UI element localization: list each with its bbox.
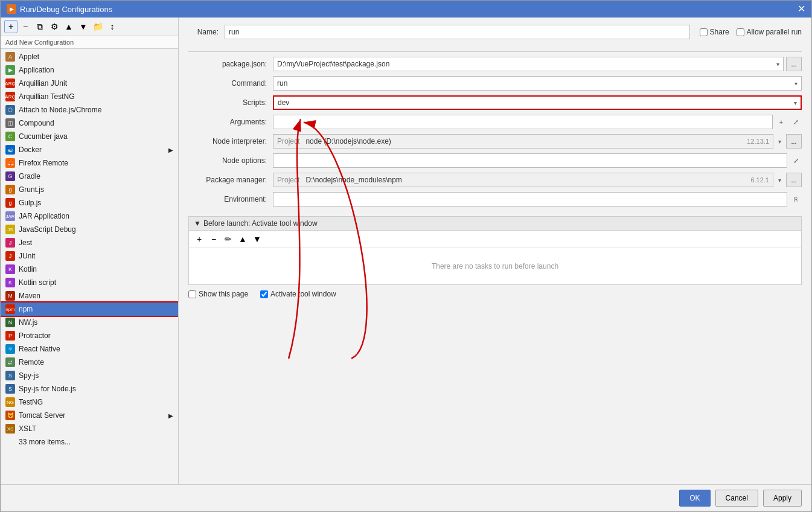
package-json-combo[interactable]: D:\myVueProject\test\package.json ▾ [273, 57, 784, 71]
list-item-label: Gradle [19, 172, 40, 181]
list-item-attach[interactable]: ⬡ Attach to Node.js/Chrome [1, 103, 178, 117]
gulpjs-icon: g [5, 198, 15, 208]
move-down-button[interactable]: ▼ [77, 20, 90, 33]
interp-combo-arrow: ▾ [776, 138, 784, 145]
list-item-gulpjs[interactable]: g Gulp.js [1, 196, 178, 210]
list-item-jar[interactable]: JAR JAR Application [1, 210, 178, 223]
list-item-testng[interactable]: NG TestNG [1, 395, 178, 409]
list-item-cucumber[interactable]: C Cucumber java [1, 130, 178, 143]
list-item-label: JAR Application [19, 212, 69, 220]
gradle-icon: G [5, 171, 15, 181]
activate-window-checkbox-label[interactable]: Activate tool window [260, 290, 336, 298]
list-item-label: Arquillian JUnit [19, 79, 67, 88]
name-input[interactable] [225, 25, 690, 39]
before-launch-header: ▼ Before launch: Activate tool window [189, 217, 801, 231]
list-item-docker[interactable]: 🐋 Docker ▶ [1, 143, 178, 156]
list-item-npm[interactable]: npm npm [1, 302, 178, 316]
ok-button[interactable]: OK [679, 490, 710, 507]
list-item-arquillian-junit[interactable]: ARQ Arquillian JUnit [1, 77, 178, 90]
arguments-resize-button[interactable]: ⤢ [790, 115, 802, 129]
share-checkbox[interactable] [700, 28, 708, 36]
list-item-arquillian-testng[interactable]: ARQ Arquillian TestNG [1, 90, 178, 103]
package-manager-row: Package manager: Project D:\nodejs\node_… [188, 173, 802, 187]
environment-copy-button[interactable]: ⎘ [790, 192, 802, 206]
copy-config-button[interactable]: ⧉ [33, 20, 46, 33]
list-item-compound[interactable]: ◫ Compound [1, 117, 178, 130]
package-manager-version: 6.12.1 [750, 176, 769, 184]
list-item-kotlins[interactable]: K Kotlin script [1, 276, 178, 289]
list-item-label: Spy-js [19, 371, 39, 380]
node-interpreter-browse-button[interactable]: ... [786, 134, 802, 149]
package-manager-combo[interactable]: Project D:\nodejs\node_modules\npm 6.12.… [273, 173, 773, 187]
sort-button[interactable]: ↕ [106, 20, 119, 33]
node-interpreter-combo[interactable]: Project node (D:\nodejs\node.exe) 12.13.… [273, 134, 773, 149]
scripts-label: Scripts: [188, 98, 273, 107]
before-launch-edit-button[interactable]: ✏ [222, 232, 235, 246]
list-item-remote[interactable]: ⇌ Remote [1, 356, 178, 369]
folder-button[interactable]: 📁 [91, 20, 104, 33]
arguments-input[interactable] [273, 115, 773, 129]
gruntjs-icon: g [5, 185, 15, 194]
config-list: A Applet ▶ Application ARQ Arquillian JU… [1, 49, 178, 484]
package-manager-label: Package manager: [188, 176, 273, 184]
apply-button[interactable]: Apply [763, 490, 802, 507]
list-item-label: TestNG [19, 398, 43, 406]
list-item-jsdbg[interactable]: JS JavaScript Debug [1, 223, 178, 236]
list-item-label: Jest [19, 238, 32, 247]
before-launch-down-button[interactable]: ▼ [251, 232, 264, 246]
list-item-more[interactable]: 33 more items... [1, 435, 178, 449]
node-options-label: Node options: [188, 156, 273, 165]
arguments-expand-button[interactable]: + [775, 115, 787, 129]
command-combo[interactable]: run ▾ [273, 76, 802, 91]
before-launch-remove-button[interactable]: − [207, 232, 220, 246]
list-item-kotlin[interactable]: K Kotlin [1, 263, 178, 276]
bottom-bar: OK Cancel Apply [1, 484, 811, 511]
cancel-button[interactable]: Cancel [715, 490, 758, 507]
show-page-checkbox[interactable] [188, 290, 196, 298]
close-button[interactable]: ✕ [798, 4, 805, 14]
node-options-resize-button[interactable]: ⤢ [790, 153, 802, 168]
cucumber-icon: C [5, 132, 15, 141]
dialog-icon: ▶ [7, 4, 16, 14]
package-manager-browse-button[interactable]: ... [786, 173, 802, 187]
add-config-button[interactable]: + [4, 20, 18, 33]
list-item-gradle[interactable]: G Gradle [1, 170, 178, 183]
settings-button[interactable]: ⚙ [48, 20, 61, 33]
list-item-firefox[interactable]: 🦊 Firefox Remote [1, 156, 178, 170]
before-launch-up-button[interactable]: ▲ [236, 232, 249, 246]
node-options-input[interactable] [273, 153, 787, 168]
arquillian-junit-icon: ARQ [5, 78, 15, 88]
move-up-button[interactable]: ▲ [62, 20, 75, 33]
list-item-reactnative[interactable]: ⚛ React Native [1, 342, 178, 356]
parallel-checkbox-label[interactable]: Allow parallel run [737, 28, 802, 36]
environment-input[interactable] [273, 192, 787, 206]
before-launch-add-button[interactable]: + [193, 232, 206, 246]
list-item-applet[interactable]: A Applet [1, 50, 178, 63]
list-item-application[interactable]: ▶ Application [1, 63, 178, 77]
list-item-spynode[interactable]: S Spy-js for Node.js [1, 382, 178, 395]
list-item-gruntjs[interactable]: g Grunt.js [1, 183, 178, 196]
show-page-checkbox-label[interactable]: Show this page [188, 290, 248, 298]
list-item-label: Remote [19, 358, 44, 366]
before-launch-collapse-icon[interactable]: ▼ [194, 219, 201, 228]
list-item-spyjs[interactable]: S Spy-js [1, 369, 178, 382]
scripts-combo[interactable]: dev ▾ [273, 95, 802, 110]
list-item-junit[interactable]: J JUnit [1, 249, 178, 263]
arguments-row: Arguments: + ⤢ [188, 115, 802, 129]
list-item-tomcat[interactable]: 🐱 Tomcat Server ▶ [1, 409, 178, 422]
list-item-label: Attach to Node.js/Chrome [19, 106, 101, 114]
parallel-checkbox[interactable] [737, 28, 744, 36]
before-launch-empty-text: There are no tasks to run before launch [432, 262, 558, 270]
remove-config-button[interactable]: − [19, 20, 32, 33]
list-item-label: Protractor [19, 331, 51, 340]
share-checkbox-label[interactable]: Share [700, 28, 729, 36]
package-json-browse-button[interactable]: ... [786, 57, 802, 71]
list-item-protractor[interactable]: P Protractor [1, 329, 178, 342]
list-item-jest[interactable]: J Jest [1, 236, 178, 249]
list-item-nwjs[interactable]: N NW.js [1, 316, 178, 329]
list-item-xslt[interactable]: XS XSLT [1, 422, 178, 435]
activate-window-checkbox[interactable] [260, 290, 268, 298]
kotlin-icon: K [5, 264, 15, 274]
list-item-label: Kotlin script [19, 278, 56, 287]
list-item-maven[interactable]: M Maven [1, 289, 178, 302]
